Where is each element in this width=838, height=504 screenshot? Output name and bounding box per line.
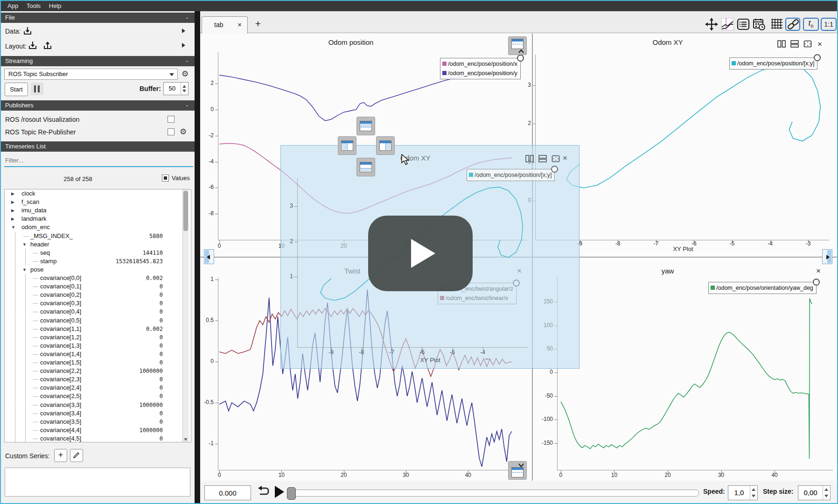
new-tab-button[interactable]: + xyxy=(252,18,264,30)
speed-spinbox[interactable]: 1,0 xyxy=(728,485,758,500)
dock-edge-top-icon[interactable] xyxy=(508,36,527,55)
dock-bottom-icon[interactable] xyxy=(356,158,375,176)
tree-item-header[interactable]: ▼header xyxy=(5,240,191,249)
step-size-spinbox[interactable]: 0,00 xyxy=(798,485,831,500)
spin-up-icon[interactable] xyxy=(824,488,828,491)
dock-left-icon[interactable] xyxy=(338,136,356,155)
load-layout-icon[interactable] xyxy=(28,40,38,52)
dock-top-icon[interactable] xyxy=(356,117,375,135)
split-horizontal-icon[interactable] xyxy=(525,155,534,164)
tree-item-_MSG_INDEX_[interactable]: _MSG_INDEX_5880 xyxy=(5,232,191,240)
tree-item-covariance[1,5][interactable]: covariance[1,5]0 xyxy=(5,358,191,367)
timeline-slider[interactable] xyxy=(287,490,699,497)
streaming-gear-icon[interactable]: ⚙ xyxy=(182,69,189,79)
link-icon[interactable] xyxy=(785,18,800,31)
save-layout-icon[interactable] xyxy=(42,40,53,52)
tree-item-covariance[0,4][interactable]: covariance[0,4]0 xyxy=(5,308,191,316)
tree-scrollbar-thumb[interactable] xyxy=(183,191,188,231)
legend-entry[interactable]: /odom_enc/pose/position/[x;y] xyxy=(469,170,552,180)
load-data-icon[interactable] xyxy=(22,26,33,38)
legend-entry[interactable]: /odom_enc/pose/position/[x;y] xyxy=(732,59,814,68)
legend-entry[interactable]: /odom_enc/pose/orientation/yaw_deg xyxy=(711,283,813,293)
menu-app[interactable]: App xyxy=(7,2,18,9)
tree-item-pose[interactable]: ▼pose xyxy=(5,266,191,274)
edit-custom-series-button[interactable] xyxy=(70,449,83,462)
move-icon[interactable] xyxy=(705,18,718,31)
curve-tracker-icon[interactable] xyxy=(721,18,734,31)
menu-help[interactable]: Help xyxy=(49,2,62,9)
tree-scrollbar[interactable] xyxy=(182,189,189,442)
tree-item-imu_data[interactable]: ▶imu_data xyxy=(5,206,191,215)
tree-item-covariance[0,1][interactable]: covariance[0,1]0 xyxy=(5,282,191,291)
spin-up-icon[interactable] xyxy=(182,85,186,88)
values-checkbox[interactable] xyxy=(162,175,169,182)
tree-item-covariance[1,3][interactable]: covariance[1,3]0 xyxy=(5,342,191,350)
split-vertical-icon[interactable] xyxy=(790,40,799,49)
tree-item-covariance[2,2][interactable]: covariance[2,2]1000000 xyxy=(5,367,191,375)
close-plot-icon[interactable]: × xyxy=(817,40,822,48)
tab-tab[interactable]: tab × xyxy=(202,16,248,34)
close-plot-icon[interactable]: × xyxy=(563,154,567,162)
data-expand-icon[interactable] xyxy=(182,28,185,33)
spin-down-icon[interactable] xyxy=(824,495,828,497)
collapse-file-icon[interactable]: - xyxy=(186,13,188,23)
section-streaming[interactable]: Streaming - xyxy=(1,56,195,66)
tree-item-odom_enc[interactable]: ▼odom_enc xyxy=(5,223,191,231)
loop-icon[interactable] xyxy=(256,484,270,500)
rosout-visualization-checkbox[interactable] xyxy=(168,116,175,123)
layout-expand-icon[interactable] xyxy=(182,43,185,48)
topic-republisher-checkbox[interactable] xyxy=(168,128,175,135)
slider-handle[interactable] xyxy=(287,487,296,500)
list-icon[interactable] xyxy=(737,18,750,31)
time-display[interactable]: 0.000 xyxy=(204,485,251,500)
dock-right-icon[interactable] xyxy=(376,136,395,155)
ghost-legend[interactable]: /odom_enc/pose/position/[x;y] xyxy=(467,169,555,181)
tree-item-seq[interactable]: seq144110 xyxy=(5,249,191,257)
time-offset-icon[interactable]: to xyxy=(803,18,819,31)
video-play-button[interactable] xyxy=(368,216,473,291)
yaw-legend[interactable]: /odom_enc/pose/orientation/yaw_deg xyxy=(708,282,817,294)
streaming-source-select[interactable]: ROS Topic Subscriber xyxy=(4,69,178,80)
timeseries-tree[interactable]: ▶clock▶f_scan▶imu_data▶landmark▼odom_enc… xyxy=(4,189,191,442)
tree-item-stamp[interactable]: stamp1532618545.823 xyxy=(5,257,191,266)
split-vertical-icon[interactable] xyxy=(538,155,547,164)
odom_position-legend[interactable]: /odom_enc/pose/position/x/odom_enc/pose/… xyxy=(440,58,521,79)
tree-item-covariance[4,4][interactable]: covariance[4,4]1000000 xyxy=(5,426,191,434)
tree-item-f_scan[interactable]: ▶f_scan xyxy=(5,198,191,206)
tree-item-covariance[0,3][interactable]: covariance[0,3]0 xyxy=(5,299,191,308)
splitter-collapse-right-button[interactable] xyxy=(822,249,832,264)
odom_xy-legend[interactable]: /odom_enc/pose/position/[x;y] xyxy=(729,57,817,70)
tree-item-covariance[1,1][interactable]: covariance[1,1]0.002 xyxy=(5,325,191,333)
tree-item-covariance[3,5][interactable]: covariance[3,5]0 xyxy=(5,418,191,426)
play-button[interactable] xyxy=(275,486,284,498)
fullscreen-icon[interactable] xyxy=(803,40,812,49)
tree-item-covariance[2,4][interactable]: covariance[2,4]0 xyxy=(5,384,191,392)
legend-entry[interactable]: /odom_enc/pose/position/x xyxy=(442,59,517,69)
tree-item-covariance[1,4][interactable]: covariance[1,4]0 xyxy=(5,350,191,358)
dock-edge-bottom-icon[interactable] xyxy=(508,461,527,480)
tree-item-covariance[0,5][interactable]: covariance[0,5]0 xyxy=(5,316,191,325)
spin-down-icon[interactable] xyxy=(752,495,755,497)
custom-series-list[interactable] xyxy=(5,468,190,497)
pause-button[interactable] xyxy=(31,83,43,95)
tree-item-covariance[3,3][interactable]: covariance[3,3]1000000 xyxy=(5,401,191,409)
datetime-icon[interactable] xyxy=(753,18,766,31)
republisher-gear-icon[interactable]: ⚙ xyxy=(180,127,187,137)
splitter-collapse-left-button[interactable] xyxy=(204,249,214,264)
spin-up-icon[interactable] xyxy=(752,488,755,491)
tree-item-covariance[1,2][interactable]: covariance[1,2]0 xyxy=(5,333,191,342)
buffer-spinbox[interactable]: 50 xyxy=(163,82,189,95)
fullscreen-icon[interactable] xyxy=(552,155,560,164)
section-file[interactable]: File - xyxy=(1,13,195,23)
ratio-icon[interactable]: 1:1 xyxy=(821,18,837,31)
scroll-down-icon[interactable] xyxy=(184,438,188,441)
collapse-publishers-icon[interactable]: - xyxy=(186,100,188,111)
spin-down-icon[interactable] xyxy=(182,90,186,92)
tree-item-covariance[2,5][interactable]: covariance[2,5]0 xyxy=(5,392,191,400)
filter-field[interactable] xyxy=(4,154,191,165)
legend-detach-handle[interactable] xyxy=(813,279,820,286)
legend-detach-handle[interactable] xyxy=(517,55,524,62)
tree-item-covariance[4,5][interactable]: covariance[4,5]0 xyxy=(5,434,191,442)
tree-item-landmark[interactable]: ▶landmark xyxy=(5,215,191,223)
menu-tools[interactable]: Tools xyxy=(27,2,41,9)
